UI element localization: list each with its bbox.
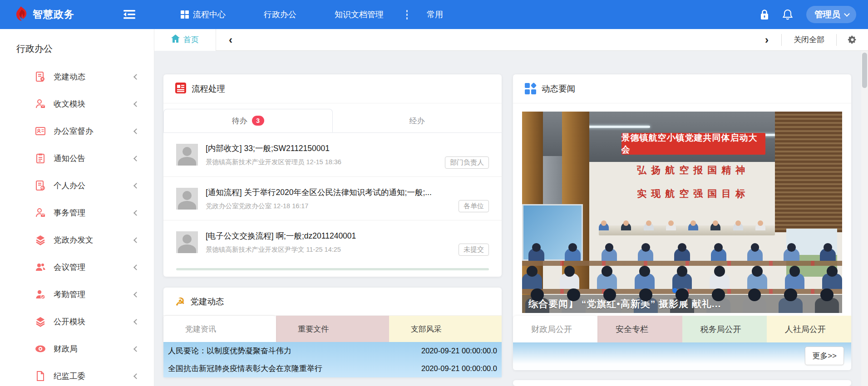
bureau-tab[interactable]: 安全专栏 [597, 316, 682, 342]
user-menu-button[interactable]: 管理员 [806, 6, 856, 23]
tab-todo[interactable]: 待办 3 [163, 109, 333, 132]
nav-label: 流程中心 [193, 9, 226, 20]
chevron-left-icon [133, 292, 139, 298]
user-name: 管理员 [814, 9, 840, 20]
news-photo[interactable]: 景德镇航空小镇党建共同体启动大会 弘扬航空报国精神 实现航空强国目标 综合要闻】… [522, 112, 842, 313]
horizontal-scrollbar[interactable] [176, 268, 489, 270]
nav-label: 行政办公 [264, 9, 296, 20]
nav-item-process-center[interactable]: 流程中心 [162, 0, 245, 29]
chevron-left-icon [133, 128, 139, 134]
nav-item-common[interactable]: 常用 [411, 0, 462, 29]
page-scrollbar[interactable] [861, 51, 868, 386]
sidebar-item-label: 党政办发文 [54, 235, 134, 245]
news-card-title: 动态要闻 [542, 83, 575, 94]
sidebar-item-label: 会议管理 [54, 262, 134, 273]
sidebar-item-label: 考勤管理 [54, 289, 134, 300]
sidebar-item-label: 纪监工委 [54, 371, 134, 381]
process-list-item[interactable]: [通知流程] 关于举行2020年全区公民法律知识考试的通知;一般;... 党政办… [163, 176, 502, 220]
chevron-left-icon [133, 156, 139, 161]
sidebar-title: 行政办公 [0, 39, 154, 63]
bureau-panel: 更多>> [513, 342, 851, 370]
tabs-scroll-left-icon[interactable]: ‹ [216, 34, 245, 45]
sidebar-item-person-check[interactable]: 考勤管理 [0, 281, 154, 308]
nav-item-admin-office[interactable]: 行政办公 [245, 0, 316, 29]
tab-done[interactable]: 经办 [333, 109, 502, 132]
tab-home[interactable]: 首页 [154, 29, 216, 51]
page-tabbar: 首页 ‹ › 关闭全部 [154, 29, 868, 51]
party-tab[interactable]: 重要文件 [276, 316, 389, 342]
process-list-item[interactable]: [内部收文] 33;一般;SW2112150001 景德镇高新技术产业开发区管理… [163, 133, 502, 176]
gear-icon[interactable] [837, 35, 868, 44]
sidebar-item-document-badge[interactable]: 党建动态 [0, 63, 154, 90]
grid-icon [181, 10, 189, 19]
bell-icon[interactable] [783, 9, 793, 20]
sidebar-item-document-refresh[interactable]: 个人办公 [0, 172, 154, 199]
sidebar-item-id-card[interactable]: 办公室督办 [0, 117, 154, 145]
sidebar-collapse-icon[interactable] [123, 10, 135, 20]
sidebar-item-file[interactable]: 纪监工委 [0, 362, 154, 386]
bureau-tab[interactable]: 财政局公开 [513, 316, 597, 342]
chevron-left-icon [133, 264, 139, 270]
page-scrollbar-thumb[interactable] [862, 53, 867, 88]
layers-icon [35, 234, 46, 246]
party-tab[interactable]: 支部风采 [389, 316, 502, 342]
party-news-card: ☭ 党建动态 党建资讯重要文件支部风采 人民要论：以制度优势凝聚奋斗伟力 202… [163, 288, 502, 377]
process-item-texts: [电子公文交换流程] 啊;一般;dz2011240001 景德镇高新技术产业开发… [206, 230, 356, 254]
party-tab[interactable]: 党建资讯 [163, 316, 276, 342]
sidebar-item-person-mail[interactable]: 事务管理 [0, 199, 154, 226]
people-icon [35, 261, 46, 273]
sidebar-item-label: 通知公告 [54, 153, 134, 164]
chevron-left-icon [133, 319, 139, 325]
process-item-badge: 部门负责人 [445, 156, 489, 169]
process-item-title: [电子公文交换流程] 啊;一般;dz2011240001 [206, 230, 356, 241]
clipboard-icon [35, 152, 46, 164]
tab-home-label: 首页 [183, 34, 199, 45]
party-news-row[interactable]: 全国抗击新冠肺炎疫情表彰大会在京隆重举行 2020-09-21 00:00:00… [163, 360, 502, 377]
news-date: 2020-09-21 00:00:00.0 [421, 364, 497, 373]
lock-icon[interactable] [760, 9, 769, 20]
chevron-left-icon [133, 183, 139, 189]
process-item-meta: 景德镇高新技术产业开发区尹学文 11-25 14:25 [206, 245, 356, 254]
flame-logo-icon [15, 6, 28, 23]
sidebar-item-label: 财政局 [54, 343, 134, 354]
chevron-left-icon [133, 373, 139, 379]
sidebar-item-layers[interactable]: 公开模块 [0, 308, 154, 335]
party-tabs: 党建资讯重要文件支部风采 [163, 316, 502, 342]
sidebar-item-person-mail[interactable]: 收文模块 [0, 90, 154, 117]
avatar [176, 144, 198, 166]
sidebar-item-layers[interactable]: 党政办发文 [0, 226, 154, 254]
sidebar-item-eye[interactable]: 财政局 [0, 335, 154, 362]
nav-overflow-icon[interactable] [403, 10, 411, 20]
person-mail-icon [35, 207, 46, 219]
process-item-badge: 未提交 [459, 244, 489, 256]
chevron-left-icon [133, 74, 139, 80]
sidebar-item-label: 党建动态 [54, 71, 134, 82]
tabs-scroll-right-icon[interactable]: › [752, 34, 781, 45]
eye-icon [35, 343, 46, 355]
app-logo[interactable]: 智慧政务 [15, 6, 110, 23]
sidebar-item-label: 个人办公 [54, 180, 134, 191]
sidebar-item-label: 公开模块 [54, 316, 134, 327]
nav-item-knowledge-docs[interactable]: 知识文档管理 [316, 0, 403, 29]
process-item-texts: [内部收文] 33;一般;SW2112150001 景德镇高新技术产业开发区管理… [206, 143, 341, 166]
sidebar-item-people[interactable]: 会议管理 [0, 254, 154, 281]
sidebar-item-label: 收文模块 [54, 98, 134, 109]
news-title: 人民要论：以制度优势凝聚奋斗伟力 [168, 346, 291, 356]
sidebar-item-clipboard[interactable]: 通知公告 [0, 145, 154, 172]
more-button[interactable]: 更多>> [805, 347, 844, 365]
todo-count-badge: 3 [252, 116, 264, 126]
news-card: 动态要闻 景德镇航空小镇党建共同体启动大会 弘扬航空报国精神 [513, 74, 851, 370]
process-item-meta: 景德镇高新技术产业开发区管理员 12-15 18:36 [206, 158, 341, 166]
nav-label: 常用 [427, 9, 443, 20]
close-all-tabs-button[interactable]: 关闭全部 [782, 34, 836, 45]
id-card-icon [35, 125, 46, 137]
photo-slogan-1: 弘扬航空报国精神 [608, 164, 778, 176]
party-news-row[interactable]: 人民要论：以制度优势凝聚奋斗伟力 2020-09-21 00:00:00.0 [163, 342, 502, 360]
process-list-item[interactable]: [电子公文交换流程] 啊;一般;dz2011240001 景德镇高新技术产业开发… [163, 220, 502, 264]
process-item-title: [内部收文] 33;一般;SW2112150001 [206, 143, 341, 154]
avatar [176, 231, 198, 253]
news-title: 全国抗击新冠肺炎疫情表彰大会在京隆重举行 [168, 363, 322, 374]
chevron-down-icon [844, 11, 850, 17]
bureau-tab[interactable]: 税务局公开 [682, 316, 767, 342]
bureau-tab[interactable]: 人社局公开 [767, 316, 851, 342]
